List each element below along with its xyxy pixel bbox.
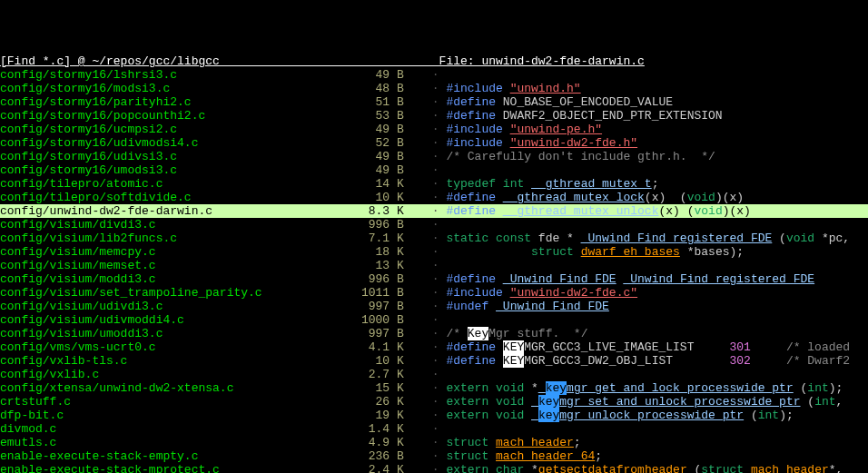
file-size: 49 B (354, 68, 404, 82)
code-line: #define NO_BASE_OF_ENCODED_VALUE (446, 95, 673, 109)
file-name: config/vxlib.c (0, 368, 354, 381)
file-row[interactable]: config/visium/udivmoddi4.c 1000 B · (0, 313, 868, 327)
file-name: emutls.c (0, 436, 354, 449)
code-line: #define KEYMGR_GCC3_LIVE_IMAGE_LIST 301 … (446, 340, 850, 354)
file-row[interactable]: config/unwind-dw2-fde-darwin.c 8.3 K · #… (0, 204, 868, 218)
file-size: 51 B (354, 95, 404, 109)
file-size: 48 B (354, 82, 404, 95)
file-size: 4.9 K (354, 436, 404, 449)
file-row[interactable]: crtstuff.c 26 K · extern void _keymgr_se… (0, 395, 868, 409)
code-line: /* Carefully don't include gthr.h. */ (446, 150, 715, 163)
file-row[interactable]: config/tilepro/softdivide.c 10 K · #defi… (0, 191, 868, 204)
file-row[interactable]: config/visium/divdi3.c 996 B · (0, 218, 868, 232)
file-size: 10 K (354, 191, 404, 204)
header-row: [Find *.c] @ ~/repos/gcc/libgcc File: un… (0, 54, 868, 68)
code-line: #include "unwind-dw2-fde.h" (446, 136, 637, 150)
left-pane-title: [Find *.c] @ ~/repos/gcc/libgcc (0, 54, 425, 68)
code-line: #undef _Unwind_Find_FDE (446, 300, 608, 313)
file-row[interactable]: config/stormy16/parityhi2.c 51 B · #defi… (0, 95, 868, 109)
file-row[interactable]: config/visium/memcpy.c 18 K · struct dwa… (0, 245, 868, 259)
file-row[interactable]: config/visium/lib2funcs.c 7.1 K · static… (0, 232, 868, 245)
file-name: config/stormy16/udivmodsi4.c (0, 136, 354, 150)
file-row[interactable]: config/vxlib.c 2.7 K · (0, 368, 868, 381)
file-size: 18 K (354, 245, 404, 259)
file-name: config/stormy16/popcounthi2.c (0, 109, 354, 123)
file-name: config/stormy16/udivsi3.c (0, 150, 354, 163)
file-name: crtstuff.c (0, 395, 354, 409)
file-size: 14 K (354, 177, 404, 191)
right-pane-title: File: unwind-dw2-fde-darwin.c (425, 54, 868, 68)
file-size: 1011 B (354, 286, 404, 300)
file-row[interactable]: config/stormy16/ucmpsi2.c 49 B · #includ… (0, 123, 868, 136)
file-size: 49 B (354, 163, 404, 177)
file-row[interactable]: config/stormy16/popcounthi2.c 53 B · #de… (0, 109, 868, 123)
file-name: config/stormy16/modsi3.c (0, 82, 354, 95)
file-name: config/vxlib-tls.c (0, 354, 354, 368)
code-line: #define __gthread_mutex_lock(x) (void)(x… (446, 191, 744, 204)
file-size: 4.1 K (354, 340, 404, 354)
file-name: config/stormy16/ucmpsi2.c (0, 123, 354, 136)
file-size: 15 K (354, 381, 404, 395)
file-row[interactable]: config/visium/umoddi3.c 997 B · /* KeyMg… (0, 327, 868, 340)
file-size: 49 B (354, 150, 404, 163)
file-row[interactable]: config/stormy16/lshrsi3.c 49 B · (0, 68, 868, 82)
file-name: config/visium/udivdi3.c (0, 300, 354, 313)
file-size: 10 K (354, 354, 404, 368)
file-row[interactable]: enable-execute-stack-empty.c 236 B · str… (0, 449, 868, 463)
code-line: struct mach_header; (446, 436, 580, 449)
file-row[interactable]: config/stormy16/modsi3.c 48 B · #include… (0, 82, 868, 95)
file-size: 2.7 K (354, 368, 404, 381)
file-name: config/visium/divdi3.c (0, 218, 354, 232)
file-name: config/xtensa/unwind-dw2-xtensa.c (0, 381, 354, 395)
file-name: enable-execute-stack-empty.c (0, 449, 354, 463)
file-name: config/vms/vms-ucrt0.c (0, 340, 354, 354)
file-size: 996 B (354, 218, 404, 232)
file-row[interactable]: config/vxlib-tls.c 10 K · #define KEYMGR… (0, 354, 868, 368)
file-size: 49 B (354, 123, 404, 136)
code-line: #define __gthread_mutex_unlock(x) (void)… (446, 204, 751, 218)
file-size: 997 B (354, 327, 404, 340)
file-row[interactable]: config/stormy16/umodsi3.c 49 B · (0, 163, 868, 177)
file-row[interactable]: config/tilepro/atomic.c 14 K · typedef i… (0, 177, 868, 191)
file-name: config/visium/lib2funcs.c (0, 232, 354, 245)
file-row[interactable]: config/visium/udivdi3.c 997 B · #undef _… (0, 300, 868, 313)
file-row[interactable]: emutls.c 4.9 K · struct mach_header; (0, 436, 868, 449)
file-name: config/stormy16/parityhi2.c (0, 95, 354, 109)
file-size: 7.1 K (354, 232, 404, 245)
code-line: #include "unwind-pe.h" (446, 123, 602, 136)
file-row[interactable]: divmod.c 1.4 K · (0, 422, 868, 436)
file-name: config/visium/moddi3.c (0, 272, 354, 286)
file-row[interactable]: enable-execute-stack-mprotect.c 2.4 K · … (0, 463, 868, 473)
code-line: extern void _keymgr_unlock_processwide_p… (446, 409, 793, 422)
code-line: struct dwarf_eh_bases *bases); (446, 245, 744, 259)
file-row[interactable]: config/xtensa/unwind-dw2-xtensa.c 15 K ·… (0, 381, 868, 395)
file-row[interactable]: config/stormy16/udivsi3.c 49 B · /* Care… (0, 150, 868, 163)
code-line: #define KEYMGR_GCC3_DW2_OBJ_LIST 302 /* … (446, 354, 850, 368)
file-size: 52 B (354, 136, 404, 150)
file-size: 236 B (354, 449, 404, 463)
file-name: enable-execute-stack-mprotect.c (0, 463, 354, 473)
code-line: /* KeyMgr stuff. */ (446, 327, 587, 340)
file-row[interactable]: config/visium/set_trampoline_parity.c 10… (0, 286, 868, 300)
file-size: 13 K (354, 259, 404, 272)
code-line: struct mach_header_64; (446, 449, 602, 463)
code-line: extern char *getsectdatafromheader (stru… (446, 463, 843, 473)
file-row[interactable]: config/visium/moddi3.c 996 B · #define _… (0, 272, 868, 286)
file-row[interactable]: config/vms/vms-ucrt0.c 4.1 K · #define K… (0, 340, 868, 354)
file-name: config/unwind-dw2-fde-darwin.c (0, 204, 354, 218)
file-name: divmod.c (0, 422, 354, 436)
file-row[interactable]: config/stormy16/udivmodsi4.c 52 B · #inc… (0, 136, 868, 150)
file-size: 19 K (354, 409, 404, 422)
file-row[interactable]: dfp-bit.c 19 K · extern void _keymgr_unl… (0, 409, 868, 422)
code-line: #include "unwind-dw2-fde.c" (446, 286, 637, 300)
code-line: extern void *_keymgr_get_and_lock_proces… (446, 381, 843, 395)
file-size: 996 B (354, 272, 404, 286)
file-name: config/stormy16/lshrsi3.c (0, 68, 354, 82)
file-name: config/tilepro/atomic.c (0, 177, 354, 191)
file-row[interactable]: config/visium/memset.c 13 K · (0, 259, 868, 272)
file-name: config/visium/memcpy.c (0, 245, 354, 259)
file-name: config/visium/memset.c (0, 259, 354, 272)
code-line: #include "unwind.h" (446, 82, 580, 95)
file-size: 1000 B (354, 313, 404, 327)
file-name: config/visium/udivmoddi4.c (0, 313, 354, 327)
